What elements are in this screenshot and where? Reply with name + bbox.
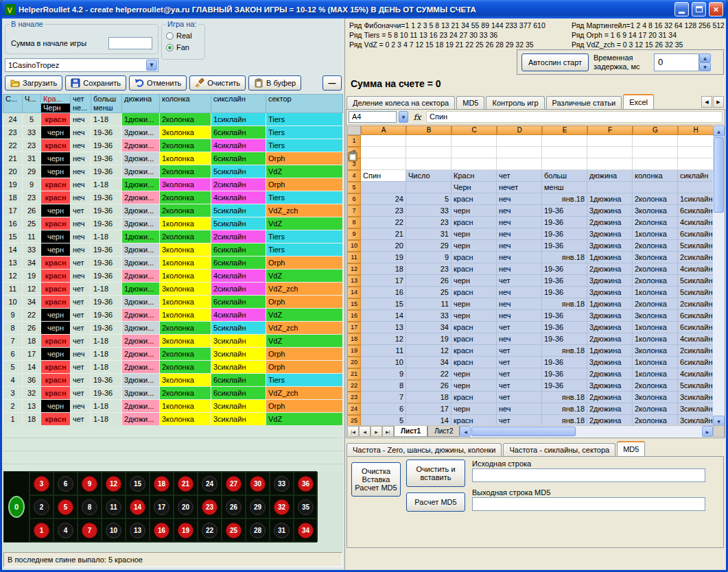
spin-row[interactable]: 922чернчет19-362дюжи...1колонка4сиклайнV…: [3, 309, 343, 322]
dropdown-arrow-icon[interactable]: ▼: [146, 60, 157, 71]
excel-cell-E4[interactable]: больш: [542, 170, 587, 182]
excel-cell-D24[interactable]: неч: [497, 403, 542, 415]
excel-cell-G1[interactable]: [633, 135, 678, 147]
excel-cell-E12[interactable]: 19-36: [542, 263, 587, 275]
excel-cell-E23[interactable]: янв.18: [542, 392, 587, 403]
spin-row[interactable]: 1334краснчет19-363дюжи...1колонка6сиклай…: [3, 257, 343, 270]
excel-cell-G9[interactable]: 1колонка: [633, 228, 678, 240]
excel-cell-B11[interactable]: 9: [406, 252, 451, 263]
excel-cell-G12[interactable]: 2колонка: [633, 263, 678, 275]
excel-cell-F8[interactable]: 2дюжина: [587, 217, 633, 228]
excel-cell-A16[interactable]: 14: [361, 310, 406, 322]
vertical-scroll-track[interactable]: [713, 213, 725, 416]
casino-dropdown[interactable]: 1CasinoTropez ▼: [5, 58, 158, 72]
excel-cell-D13[interactable]: чет: [497, 275, 542, 287]
board-number-3[interactable]: 3: [30, 472, 54, 495]
excel-cell-B18[interactable]: 19: [406, 333, 451, 345]
excel-cell-F9[interactable]: 3дюжина: [587, 228, 633, 240]
excel-cell-B21[interactable]: 22: [406, 368, 451, 380]
excel-cell-D1[interactable]: [497, 135, 542, 147]
excel-cell-C19[interactable]: красн: [451, 345, 497, 357]
excel-cell-G20[interactable]: 1колонка: [633, 357, 678, 368]
board-number-22[interactable]: 22: [198, 519, 222, 542]
column-header-F[interactable]: F: [587, 126, 633, 135]
excel-cell-F4[interactable]: дюжина: [587, 170, 633, 182]
excel-cell-D4[interactable]: чет: [497, 170, 542, 182]
excel-vertical-scrollbar[interactable]: ▲ ▼: [713, 126, 725, 427]
excel-cell-H22[interactable]: 5сиклайн: [678, 380, 714, 392]
excel-cell-E1[interactable]: [542, 135, 587, 147]
excel-cell-F15[interactable]: 1дюжина: [587, 298, 633, 310]
row-header-20[interactable]: 20: [347, 357, 361, 368]
excel-cell-F5[interactable]: [587, 182, 633, 193]
excel-cell-B14[interactable]: 25: [406, 287, 451, 298]
excel-cell-E22[interactable]: 19-36: [542, 380, 587, 392]
excel-cell-G16[interactable]: 3колонка: [633, 310, 678, 322]
excel-cell-H6[interactable]: 1сиклайн: [678, 193, 714, 205]
formula-input[interactable]: Спин: [426, 111, 723, 123]
spin-row[interactable]: 2223красннеч19-362дюжи...2колонка4сиклай…: [3, 139, 343, 152]
excel-cell-F14[interactable]: 3дюжина: [587, 287, 633, 298]
excel-cell-D15[interactable]: неч: [497, 298, 542, 310]
delay-value-input[interactable]: 0: [654, 53, 699, 71]
board-number-13[interactable]: 13: [126, 519, 150, 542]
excel-cell-G13[interactable]: 2колонка: [633, 275, 678, 287]
excel-cell-B20[interactable]: 34: [406, 357, 451, 368]
close-button[interactable]: ×: [709, 2, 723, 16]
board-number-5[interactable]: 5: [54, 495, 78, 519]
excel-cell-A23[interactable]: 7: [361, 392, 406, 403]
excel-cell-B10[interactable]: 29: [406, 240, 451, 252]
excel-cell-G17[interactable]: 1колонка: [633, 322, 678, 333]
board-number-1[interactable]: 1: [30, 519, 54, 542]
excel-cell-B2[interactable]: [406, 147, 451, 158]
minimize-button[interactable]: [674, 2, 689, 16]
excel-cell-H8[interactable]: 4сиклайн: [678, 217, 714, 228]
excel-cell-C18[interactable]: красн: [451, 333, 497, 345]
excel-cell-C4[interactable]: Красн: [451, 170, 497, 182]
row-header-9[interactable]: 9: [347, 228, 361, 240]
row-header-10[interactable]: 10: [347, 240, 361, 252]
spin-row[interactable]: 199красннеч1-181дюжи...3колонка2сиклайнO…: [3, 178, 343, 191]
excel-cell-E21[interactable]: 19-36: [542, 368, 587, 380]
excel-cell-G8[interactable]: 2колонка: [633, 217, 678, 228]
excel-cell-F12[interactable]: 2дюжина: [587, 263, 633, 275]
tab-1[interactable]: MD5: [456, 96, 484, 109]
spin-row[interactable]: 213черннеч1-182дюжи...1колонка3сиклайнOr…: [3, 400, 343, 413]
excel-cell-B4[interactable]: Число: [406, 170, 451, 182]
excel-cell-C22[interactable]: черн: [451, 380, 497, 392]
column-header-D[interactable]: D: [497, 126, 542, 135]
bottom-tab-0[interactable]: Частота - Zero, шансы, дюжины, колонки: [347, 443, 502, 456]
excel-cell-A9[interactable]: 21: [361, 228, 406, 240]
board-number-30[interactable]: 30: [246, 472, 270, 495]
copy-to-buffer-button[interactable]: В буфер: [248, 75, 301, 91]
board-number-24[interactable]: 24: [198, 472, 222, 495]
excel-cell-E6[interactable]: янв.18: [542, 193, 587, 205]
row-header-17[interactable]: 17: [347, 322, 361, 333]
row-header-15[interactable]: 15: [347, 298, 361, 310]
excel-cell-A3[interactable]: [361, 158, 406, 170]
scroll-right-icon[interactable]: ▶: [702, 426, 713, 437]
excel-cell-G5[interactable]: [633, 182, 678, 193]
excel-cell-D12[interactable]: неч: [497, 263, 542, 275]
calc-md5-button[interactable]: Расчет MD5: [406, 492, 465, 512]
tab-0[interactable]: Деление колеса на сектора: [347, 96, 455, 109]
excel-cell-B24[interactable]: 17: [406, 403, 451, 415]
excel-cell-G7[interactable]: 3колонка: [633, 205, 678, 217]
excel-cell-C10[interactable]: черн: [451, 240, 497, 252]
excel-cell-D7[interactable]: неч: [497, 205, 542, 217]
radio-option-real[interactable]: Real: [166, 32, 204, 40]
spin-row[interactable]: 1034краснчет19-363дюжи...1колонка6сиклай…: [3, 296, 343, 309]
excel-cell-F20[interactable]: 3дюжина: [587, 357, 633, 368]
clear-button[interactable]: Очистить: [189, 75, 246, 91]
excel-cell-D9[interactable]: неч: [497, 228, 542, 240]
excel-cell-F16[interactable]: 3дюжина: [587, 310, 633, 322]
excel-cell-E15[interactable]: янв.18: [542, 298, 587, 310]
row-header-21[interactable]: 21: [347, 368, 361, 380]
board-number-12[interactable]: 12: [102, 472, 126, 495]
maximize-button[interactable]: [692, 2, 706, 16]
spin-row[interactable]: 2029черннеч19-363дюжи...2колонка5сиклайн…: [3, 165, 343, 178]
radio-option-fan[interactable]: Fan: [166, 43, 204, 51]
excel-cell-A15[interactable]: 15: [361, 298, 406, 310]
excel-cell-G21[interactable]: 1колонка: [633, 368, 678, 380]
excel-cell-E7[interactable]: 19-36: [542, 205, 587, 217]
